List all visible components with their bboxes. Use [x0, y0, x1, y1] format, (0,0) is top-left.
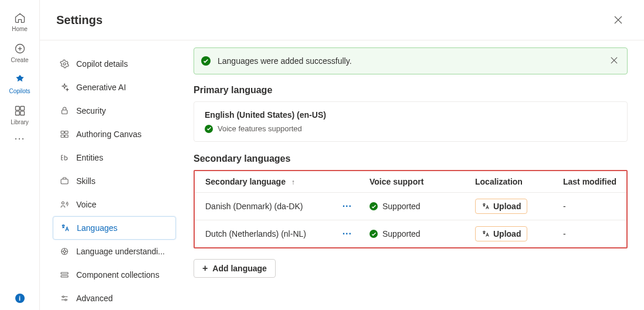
rail-create[interactable]: Create — [1, 37, 39, 68]
last-modified-text: - — [563, 202, 633, 211]
banner-close-button[interactable] — [608, 54, 620, 68]
primary-language-name: English (United States) (en-US) — [205, 110, 616, 120]
sidebar-item-authoring-canvas[interactable]: Authoring Canvas — [53, 122, 176, 146]
rail-copilots-label: Copilots — [9, 88, 30, 94]
languages-icon — [60, 223, 70, 233]
translate-icon — [482, 230, 490, 238]
page-title: Settings — [56, 13, 103, 27]
sidebar-item-label: Skills — [76, 176, 96, 186]
primary-language-card: English (United States) (en-US) Voice fe… — [194, 101, 628, 142]
sidebar-item-entities[interactable]: Entities — [53, 146, 176, 169]
header: Settings — [40, 0, 644, 40]
rail-home[interactable]: Home — [1, 6, 39, 37]
rail-more[interactable]: ··· — [14, 132, 25, 145]
close-icon — [611, 57, 618, 64]
sidebar-item-label: Authoring Canvas — [76, 130, 141, 139]
svg-rect-12 — [65, 131, 68, 134]
sidebar-item-language-understanding[interactable]: Language understandi... — [53, 240, 176, 263]
sidebar-item-advanced[interactable]: Advanced — [53, 287, 176, 310]
column-header-localization[interactable]: Localization — [475, 177, 563, 186]
rail-info[interactable]: i — [15, 294, 25, 303]
add-language-label: Add language — [212, 264, 267, 273]
svg-point-9 — [63, 63, 66, 65]
sidebar-item-component-collections[interactable]: Component collections — [53, 263, 176, 287]
canvas-icon — [60, 130, 69, 139]
svg-rect-24 — [61, 275, 68, 277]
row-more-button[interactable]: ··· — [339, 227, 355, 240]
sidebar-item-languages[interactable]: Languages — [53, 216, 176, 240]
sidebar-item-label: Security — [76, 106, 106, 115]
table-row[interactable]: Danish (Denmark) (da-DK) ··· Supported U… — [195, 193, 626, 220]
sidebar-item-label: Generative AI — [76, 83, 126, 92]
close-button[interactable] — [609, 11, 628, 29]
column-header-name[interactable]: Secondary language ↑ — [205, 177, 370, 186]
sort-ascending-icon: ↑ — [292, 178, 295, 186]
svg-rect-10 — [62, 110, 67, 114]
secondary-languages-table: Secondary language ↑ Voice support Local… — [194, 170, 628, 248]
svg-rect-11 — [61, 131, 64, 134]
translate-icon — [482, 202, 490, 210]
copilot-icon — [14, 74, 26, 86]
sidebar-item-label: Language understandi... — [76, 247, 165, 256]
gear-icon — [60, 59, 69, 69]
rail-copilots[interactable]: Copilots — [1, 68, 39, 99]
check-circle-icon — [205, 125, 213, 133]
rail-create-label: Create — [11, 57, 28, 63]
library-icon — [14, 105, 26, 117]
column-header-voice[interactable]: Voice support — [370, 177, 475, 186]
banner-text: Languages were added successfully. — [218, 56, 608, 66]
check-circle-icon — [370, 230, 378, 238]
sidebar-item-security[interactable]: Security — [53, 99, 176, 122]
svg-point-16 — [62, 202, 64, 204]
svg-rect-4 — [20, 107, 24, 111]
rail-library-label: Library — [11, 119, 29, 125]
voice-icon — [60, 200, 69, 209]
svg-rect-15 — [61, 179, 68, 184]
sidebar-item-label: Entities — [76, 153, 103, 162]
voice-support-text: Supported — [382, 202, 421, 211]
column-header-name-label: Secondary language — [205, 177, 286, 186]
sidebar-item-generative-ai[interactable]: Generative AI — [53, 76, 176, 99]
sidebar-item-skills[interactable]: Skills — [53, 169, 176, 193]
upload-button[interactable]: Upload — [475, 226, 527, 241]
add-language-button[interactable]: + Add language — [194, 259, 276, 278]
collections-icon — [60, 270, 69, 280]
settings-sidebar: Copilot details Generative AI Security A… — [40, 40, 185, 310]
column-header-modified[interactable]: Last modified — [563, 177, 633, 186]
sparkle-icon — [60, 83, 69, 92]
voice-support-text: Supported — [382, 229, 421, 239]
check-circle-icon — [370, 202, 378, 210]
main: Settings Copilot details Generative AI S… — [40, 0, 644, 310]
plus-circle-icon — [14, 43, 26, 54]
sidebar-item-label: Languages — [77, 223, 117, 233]
check-circle-icon — [201, 56, 211, 66]
upload-button[interactable]: Upload — [475, 199, 527, 214]
upload-label: Upload — [493, 229, 521, 239]
lock-icon — [60, 106, 69, 115]
svg-point-17 — [63, 250, 66, 253]
table-row[interactable]: Dutch (Netherlands) (nl-NL) ··· Supporte… — [195, 220, 626, 247]
rail-home-label: Home — [12, 26, 28, 32]
language-name: Danish (Denmark) (da-DK) — [205, 202, 303, 211]
brain-icon — [60, 247, 69, 256]
success-banner: Languages were added successfully. — [194, 47, 628, 74]
voice-supported-text: Voice features supported — [218, 124, 302, 133]
sidebar-item-copilot-details[interactable]: Copilot details — [53, 52, 176, 76]
sidebar-item-label: Voice — [76, 200, 96, 209]
row-more-button[interactable]: ··· — [339, 200, 355, 213]
rail-library[interactable]: Library — [1, 99, 39, 130]
voice-supported-row: Voice features supported — [205, 124, 616, 133]
svg-rect-14 — [65, 135, 68, 137]
briefcase-icon — [60, 176, 69, 186]
entities-icon — [60, 153, 69, 162]
sidebar-item-label: Component collections — [76, 270, 160, 280]
secondary-languages-heading: Secondary languages — [194, 154, 628, 164]
svg-rect-3 — [15, 107, 19, 111]
svg-rect-13 — [61, 135, 64, 137]
last-modified-text: - — [563, 229, 633, 239]
body: Copilot details Generative AI Security A… — [40, 40, 644, 310]
sidebar-item-voice[interactable]: Voice — [53, 193, 176, 216]
upload-label: Upload — [493, 202, 521, 211]
plus-icon: + — [202, 264, 208, 273]
svg-point-28 — [65, 299, 67, 301]
